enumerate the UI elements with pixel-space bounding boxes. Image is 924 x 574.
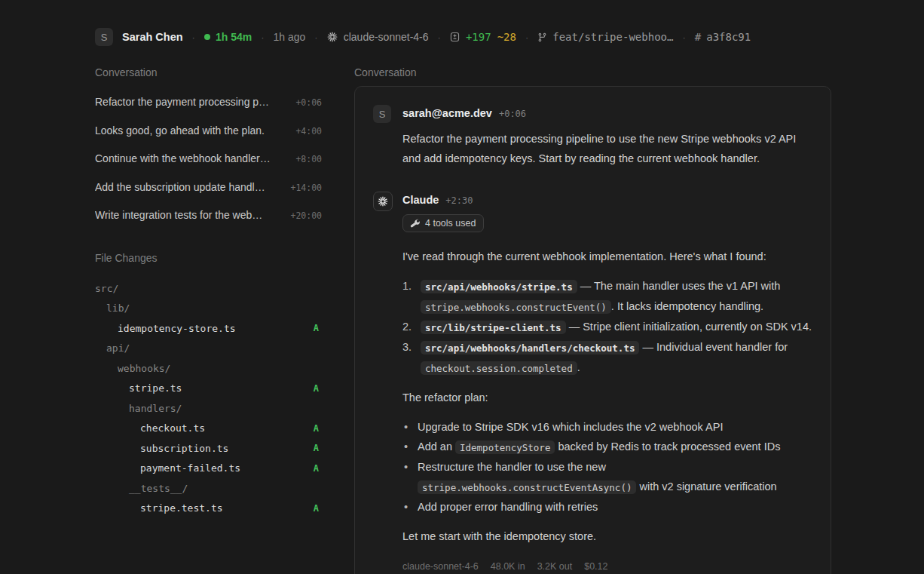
tree-file[interactable]: checkout.tsA (95, 419, 322, 439)
status-dot-icon (204, 34, 210, 40)
wrench-icon (410, 219, 420, 229)
file-added-badge: A (314, 503, 322, 514)
list-item: •Upgrade to Stripe SDK v16 which include… (402, 417, 812, 437)
conversation-turn[interactable]: Looks good, go ahead with the plan.+4:00 (95, 124, 322, 138)
turn-label: Looks good, go ahead with the plan. (95, 124, 265, 137)
conversation-card[interactable]: Ssarah@acme.dev+0:06Refactor the payment… (354, 86, 831, 574)
app-root: S Sarah Chen · 1h 54m · 1h ago · claude-… (0, 0, 924, 574)
list-item-text: Add an IdempotencyStore backed by Redis … (418, 437, 812, 457)
message-timestamp: +2:30 (445, 195, 473, 206)
tree-directory[interactable]: lib/ (95, 299, 322, 319)
tools-used-chip[interactable]: 4 tools used (402, 214, 484, 232)
turn-label: Add the subscription update handl… (95, 180, 265, 194)
tree-directory[interactable]: __tests__/ (95, 478, 322, 499)
tree-directory[interactable]: handlers/ (95, 398, 322, 419)
user-avatar: S (373, 105, 391, 123)
tree-node-label: checkout.ts (95, 422, 205, 434)
content-layout: Conversation Refactor the payment proces… (95, 66, 831, 574)
turn-label: Continue with the webhook handler… (95, 152, 271, 165)
sidebar-conversation-title: Conversation (95, 66, 322, 79)
session-duration: 1h 54m (216, 31, 252, 43)
tree-file[interactable]: payment-failed.tsA (95, 459, 322, 479)
message-timestamp: +0:06 (499, 109, 526, 119)
bullet-icon: • (402, 437, 418, 457)
conversation-turn[interactable]: Write integration tests for the web…+20:… (95, 208, 322, 223)
tree-file[interactable]: stripe.test.tsA (95, 499, 322, 519)
message-paragraph: Refactor the payment processing pipeline… (402, 129, 812, 168)
message-avatar-col (373, 192, 402, 572)
message-body: I've read through the current webhook im… (402, 247, 812, 546)
bullet-icon: • (402, 417, 418, 437)
separator-dot: · (525, 32, 528, 43)
meta-item: 3.2K out (537, 561, 573, 572)
meta-item: claude-sonnet-4-6 (402, 561, 479, 572)
list-item-text: src/lib/stripe-client.ts — Stripe client… (421, 317, 812, 337)
git-branch[interactable]: feat/stripe-webhoo… (537, 31, 673, 43)
tools-used-label: 4 tools used (425, 218, 476, 229)
text-segment: Let me start with the idempotency store. (402, 530, 596, 542)
numbered-list: 1.src/api/webhooks/stripe.ts — The main … (402, 276, 812, 378)
text-segment: — Stripe client initialization, currentl… (566, 321, 812, 333)
text-segment: I've read through the current webhook im… (402, 250, 766, 262)
tree-directory[interactable]: webhooks/ (95, 358, 322, 379)
text-segment: with v2 signature verification (636, 480, 776, 493)
turn-label: Refactor the payment processing p… (95, 95, 269, 109)
separator-dot: · (682, 32, 685, 43)
message-content: sarah@acme.dev+0:06Refactor the payment … (402, 105, 812, 178)
model-name: claude-sonnet-4-6 (344, 31, 429, 43)
list-number: 2. (402, 317, 421, 337)
tree-node-label: handlers/ (95, 403, 182, 414)
turn-timestamp: +20:00 (290, 209, 322, 223)
tree-directory[interactable]: src/ (95, 278, 322, 299)
conversation-turn[interactable]: Add the subscription update handl…+14:00 (95, 180, 322, 195)
separator-dot: · (314, 32, 317, 43)
message-assistant: Claude+2:30 4 tools usedI've read throug… (373, 192, 812, 572)
diff-added-count: +197 (466, 31, 491, 43)
tree-node-label: webhooks/ (95, 363, 170, 374)
tree-directory[interactable]: api/ (95, 339, 322, 359)
starburst-icon (378, 196, 388, 207)
message-header: Claude+2:30 (402, 194, 812, 206)
conversation-panel: Conversation Ssarah@acme.dev+0:06Refacto… (354, 66, 831, 574)
tree-file[interactable]: idempotency-store.tsA (95, 318, 322, 339)
text-segment: Refactor the payment processing pipeline… (402, 133, 796, 164)
tree-node-label: idempotency-store.ts (95, 323, 236, 334)
list-number: 3. (402, 337, 421, 378)
file-added-badge: A (314, 443, 322, 453)
file-added-badge: A (314, 423, 322, 434)
conversation-turn[interactable]: Refactor the payment processing p…+0:06 (95, 95, 322, 109)
tree-file[interactable]: subscription.tsA (95, 438, 322, 459)
session-header: S Sarah Chen · 1h 54m · 1h ago · claude-… (95, 0, 831, 46)
message-paragraph: The refactor plan: (402, 388, 812, 407)
message-sender: Claude (402, 194, 439, 206)
user-name: Sarah Chen (122, 31, 183, 43)
list-item-text: src/api/webhooks/handlers/checkout.ts — … (421, 337, 812, 378)
text-segment: . (577, 361, 580, 373)
user-avatar-initial: S (101, 32, 108, 43)
list-number: 1. (402, 276, 421, 317)
file-changes-tree: src/lib/idempotency-store.tsAapi/webhook… (95, 278, 322, 518)
conversation-turn[interactable]: Continue with the webhook handler…+8:00 (95, 152, 322, 166)
inline-code-chip: stripe.webhooks.constructEventAsync() (418, 480, 636, 494)
sidebar: Conversation Refactor the payment proces… (95, 66, 322, 574)
conversation-turn-list: Refactor the payment processing p…+0:06L… (95, 95, 322, 223)
message-paragraph: Let me start with the idempotency store. (402, 526, 812, 546)
list-item: 1.src/api/webhooks/stripe.ts — The main … (402, 276, 812, 317)
tree-node-label: lib/ (95, 302, 130, 314)
list-item: •Add proper error handling with retries (402, 497, 812, 517)
inline-code-chip: src/api/webhooks/handlers/checkout.ts (421, 341, 639, 355)
tree-node-label: __tests__/ (95, 483, 188, 494)
tree-node-label: stripe.test.ts (95, 502, 223, 514)
meta-item: $0.12 (584, 561, 607, 572)
diff-modified-count: ~28 (497, 31, 516, 43)
starburst-icon (327, 32, 338, 42)
text-segment: . It lacks idempotency handling. (611, 300, 763, 312)
message-paragraph: I've read through the current webhook im… (402, 247, 812, 266)
tree-node-label: api/ (95, 342, 130, 354)
diff-stats: +197 ~28 (450, 31, 516, 43)
tree-node-label: subscription.ts (95, 443, 228, 454)
git-commit[interactable]: # a3f8c91 (695, 31, 751, 43)
list-item-text: src/api/webhooks/stripe.ts — The main ha… (421, 276, 812, 317)
tree-file[interactable]: stripe.tsA (95, 379, 322, 399)
list-item-text: Add proper error handling with retries (418, 497, 812, 517)
